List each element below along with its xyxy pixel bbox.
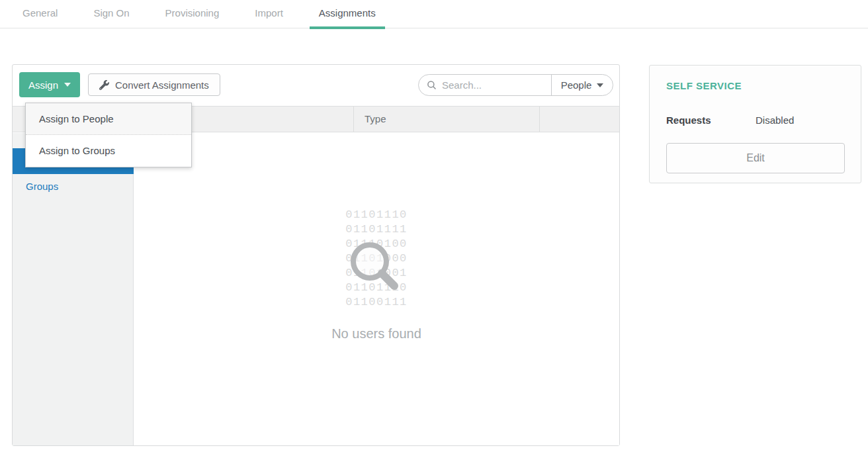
app-tab-bar: General Sign On Provisioning Import Assi…: [0, 0, 868, 28]
caret-down-icon: [597, 83, 603, 87]
type-column-header: Type: [365, 107, 386, 132]
edit-button[interactable]: Edit: [666, 143, 845, 173]
column-divider: [539, 107, 540, 132]
menu-item-assign-to-groups[interactable]: Assign to Groups: [26, 135, 191, 167]
search-input[interactable]: [442, 79, 548, 91]
tab-assignments[interactable]: Assignments: [310, 0, 385, 28]
self-service-panel: SELF SERVICE Requests Disabled Edit: [649, 65, 861, 183]
tab-import[interactable]: Import: [245, 0, 292, 28]
empty-state-message: No users found: [134, 326, 619, 341]
requests-value: Disabled: [756, 114, 794, 126]
tab-sign-on[interactable]: Sign On: [84, 0, 138, 28]
results-area: 01101110 01101111 01110100 01101000 0110…: [134, 133, 619, 445]
assign-dropdown-menu: Assign to People Assign to Groups: [25, 103, 192, 167]
menu-item-assign-to-people[interactable]: Assign to People: [26, 103, 191, 135]
search-filter-dropdown[interactable]: People: [551, 75, 613, 95]
column-divider: [353, 107, 354, 132]
requests-label: Requests: [666, 114, 711, 126]
caret-down-icon: [64, 83, 71, 87]
magnifier-empty-icon: [335, 227, 417, 309]
tab-general[interactable]: General: [13, 0, 67, 28]
assignments-toolbar: Assign Convert Assignments People: [13, 65, 619, 106]
search-icon: [427, 80, 437, 90]
wrench-icon: [99, 80, 109, 90]
self-service-title: SELF SERVICE: [666, 80, 742, 91]
convert-assignments-button[interactable]: Convert Assignments: [88, 73, 220, 96]
assign-button[interactable]: Assign: [19, 72, 80, 97]
filter-sidebar: Groups: [13, 133, 134, 445]
active-tab-underline: [310, 26, 385, 29]
assignments-content: Groups 01101110 01101111 01110100 011010…: [13, 133, 619, 445]
tab-provisioning[interactable]: Provisioning: [156, 0, 229, 28]
search-group: People: [418, 74, 613, 96]
sidebar-item-groups[interactable]: Groups: [13, 174, 134, 199]
